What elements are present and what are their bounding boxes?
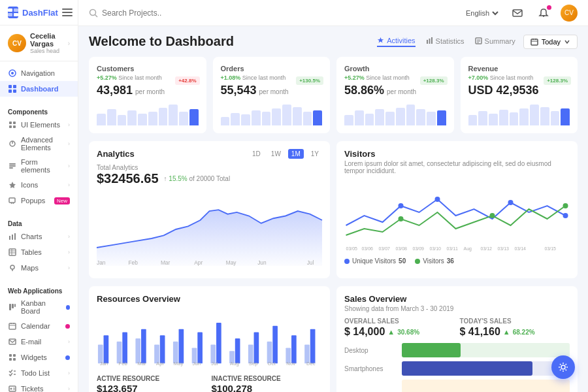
svg-text:03/05: 03/05: [346, 246, 358, 251]
tab-1m[interactable]: 1M: [288, 149, 304, 159]
mid-row: Analytics 1D 1W 1M 1Y Total Analytics $3…: [89, 141, 578, 278]
unique-visitors-count: 50: [399, 257, 406, 265]
sidebar-item-maps[interactable]: Maps ›: [0, 260, 78, 276]
svg-rect-34: [14, 304, 16, 307]
desktop-bar-bg: [402, 343, 570, 357]
kpi-orders-unit: per month: [259, 88, 289, 95]
svg-text:Aug: Aug: [464, 246, 472, 252]
svg-rect-12: [9, 125, 12, 128]
active-resource-label: ACTIVE RESOURCE: [97, 375, 208, 382]
bottom-row: Resources Overview: [89, 286, 578, 392]
svg-text:03/09: 03/09: [413, 246, 425, 251]
page-tabs: Activities Statistics Summary: [377, 37, 515, 47]
sidebar-item-dashboard[interactable]: Dashboard: [0, 81, 78, 97]
search-box[interactable]: [89, 8, 457, 18]
sidebar-item-popups[interactable]: Popups New: [0, 193, 78, 208]
main-area: English CV Welcome to Dashboard Activiti…: [78, 0, 588, 392]
svg-text:May: May: [226, 259, 237, 266]
calendar-icon: [8, 321, 17, 331]
search-input[interactable]: [102, 8, 220, 18]
svg-rect-25: [14, 233, 16, 240]
kpi-revenue-badge: +128.3%: [544, 76, 571, 85]
sidebar-item-widgets[interactable]: Widgets: [0, 350, 78, 365]
fab-button[interactable]: [551, 355, 575, 379]
chevron-right-icon: ›: [68, 140, 70, 147]
svg-rect-43: [13, 358, 16, 361]
tablets-bar-bg: [402, 380, 570, 392]
desktop-label: Desktop: [344, 347, 397, 354]
svg-rect-128: [291, 335, 297, 363]
hamburger-button[interactable]: [62, 8, 73, 16]
tab-activities[interactable]: Activities: [377, 37, 415, 47]
svg-point-92: [399, 216, 404, 221]
analytics-total: Total Analytics $32456.65 ↑ 15.5% of 200…: [97, 164, 322, 186]
svg-text:03/11: 03/11: [447, 246, 459, 251]
svg-rect-8: [8, 90, 12, 93]
analytics-amount: $32456.65: [97, 171, 159, 186]
svg-text:Aug: Aug: [230, 361, 239, 367]
sidebar-item-form-elements[interactable]: Form elements ›: [0, 155, 78, 177]
sidebar-item-kanban[interactable]: Kanban Board: [0, 296, 78, 318]
tab-statistics[interactable]: Statistics: [426, 37, 465, 46]
visitors-header: Visitors Lorem ipsum dolor sit amet, con…: [344, 149, 570, 174]
svg-rect-120: [216, 323, 221, 363]
widgets-icon: [8, 353, 17, 362]
svg-text:03/12: 03/12: [481, 246, 493, 251]
sidebar-item-advanced-elements[interactable]: Advanced Elements ›: [0, 133, 78, 155]
svg-text:May: May: [174, 361, 184, 367]
sales-bar-chart: Desktop Smartphones: [344, 343, 570, 392]
unique-visitors-dot: [344, 259, 350, 264]
sidebar-item-tables[interactable]: Tables ›: [0, 244, 78, 260]
sidebar-item-navigation[interactable]: Navigation: [0, 65, 78, 81]
sidebar-item-charts[interactable]: Charts ›: [0, 229, 78, 244]
settings-icon: [558, 362, 568, 372]
user-profile[interactable]: CV Cecelia Vargas Sales head ›: [0, 25, 78, 61]
sidebar-item-email[interactable]: E-mail ›: [0, 334, 78, 350]
user-avatar-topbar[interactable]: CV: [561, 5, 578, 22]
sales-date: Showing data from March 3 - 30 2019: [344, 305, 570, 312]
svg-rect-108: [104, 335, 109, 363]
tab-summary[interactable]: Summary: [475, 37, 515, 46]
svg-text:03/13: 03/13: [498, 246, 510, 251]
tab-1d[interactable]: 1D: [249, 149, 264, 159]
charts-icon: [8, 232, 17, 241]
webapp-section: Web Applications Kanban Board Calendar E…: [0, 280, 78, 392]
kpi-customers-chart: [97, 103, 199, 125]
analytics-chart: Jan Feb Mar Apr May Jun Jul: [97, 190, 322, 269]
language-select[interactable]: English: [463, 8, 500, 18]
advanced-label: Advanced Elements: [21, 136, 64, 152]
user-info: Cecelia Vargas Sales head: [30, 32, 64, 54]
visitors-chart: 03/05 03/06 03/07 03/08 03/09 03/10 03/1…: [344, 180, 570, 252]
visitors-legend: Unique Visitors 50 Visitors 36: [344, 257, 570, 265]
svg-text:Jan: Jan: [97, 259, 106, 266]
svg-point-47: [10, 388, 12, 390]
tables-label: Tables: [21, 248, 42, 256]
sidebar-item-icons[interactable]: Icons ›: [0, 177, 78, 193]
sidebar-item-calendar[interactable]: Calendar: [0, 318, 78, 334]
notification-button[interactable]: [534, 4, 553, 22]
mail-button[interactable]: [508, 4, 527, 22]
analytics-title: Analytics: [97, 149, 135, 159]
tab-1w[interactable]: 1W: [268, 149, 284, 159]
kanban-dot: [66, 305, 70, 310]
calendar-label: Calendar: [21, 322, 50, 330]
dashboard-content: Welcome to Dashboard Activities Statisti…: [78, 26, 588, 392]
sidebar-item-tickets[interactable]: Tickets ›: [0, 381, 78, 392]
charts-label: Charts: [21, 233, 42, 240]
overall-value: $ 14,000 ▲ 30.68%: [344, 326, 455, 338]
svg-rect-114: [160, 335, 165, 363]
kpi-growth-value: 58.86% per month: [344, 84, 446, 97]
page-title: Welcome to Dashboard: [89, 34, 234, 49]
sidebar-item-ui-elements[interactable]: UI Elements ›: [0, 117, 78, 133]
form-icon: [8, 161, 17, 171]
avatar: CV: [8, 34, 26, 52]
svg-rect-77: [531, 39, 538, 45]
icons-label: Icons: [21, 181, 38, 189]
kpi-growth-badge: +128.3%: [420, 76, 448, 85]
svg-rect-16: [9, 163, 16, 165]
sidebar-item-todo[interactable]: Todo List ›: [0, 365, 78, 381]
tab-1y[interactable]: 1Y: [308, 149, 322, 159]
date-button[interactable]: Today: [523, 35, 578, 49]
kpi-orders-value: 55,543 per month: [221, 84, 323, 97]
kpi-orders: Orders +1.08% Since last month 55,543 pe…: [213, 57, 331, 133]
